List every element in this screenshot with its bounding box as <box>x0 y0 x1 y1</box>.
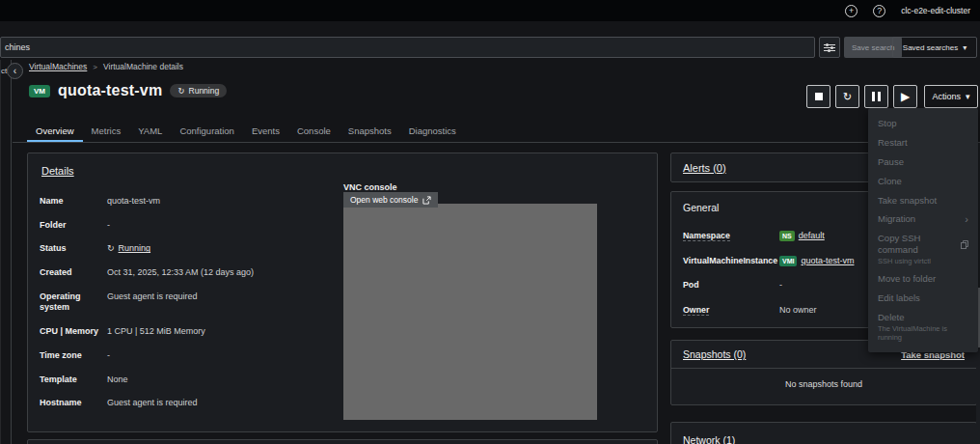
field-row-name: Name quota-test-vm <box>40 196 334 208</box>
field-row-hostname: Hostname Guest agent is required <box>40 398 334 409</box>
menu-item-description: SSH using virtctl <box>878 257 968 265</box>
chevron-right-icon: › <box>965 214 968 225</box>
actions-dropdown-menu: Stop Restart Pause Clone Take snapshot M… <box>868 108 978 352</box>
field-label: Namespace <box>683 231 779 241</box>
network-card: Network (1) <box>670 422 977 444</box>
menu-item-label: Copy SSH command <box>878 233 957 256</box>
field-value: No owner <box>779 305 817 317</box>
field-value: quota-test-vm <box>107 196 160 208</box>
masthead: + ? clc-e2e-edit-cluster <box>0 0 980 21</box>
left-nav-rail <box>0 60 12 444</box>
search-filter-button[interactable] <box>819 37 840 58</box>
vm-status-badge: ↻ Running <box>170 84 227 97</box>
external-link-icon <box>422 196 431 205</box>
tab-overview[interactable]: Overview <box>27 120 83 142</box>
vm-control-buttons: ↻ ▶ <box>806 85 917 108</box>
menu-item-label: Delete <box>878 312 904 322</box>
field-label: Hostname <box>40 398 107 409</box>
breadcrumb-virtualmachines[interactable]: VirtualMachines <box>29 62 87 71</box>
field-label: Time zone <box>40 350 107 362</box>
copy-icon <box>961 240 968 249</box>
menu-item-edit-labels[interactable]: Edit labels <box>868 289 978 308</box>
vm-status-label: Running <box>189 86 220 96</box>
menu-item-migration[interactable]: Migration › <box>868 209 978 229</box>
field-row-created: Created Oct 31, 2025, 12:33 AM (12 days … <box>40 267 334 279</box>
vmi-link[interactable]: quota-test-vm <box>801 256 854 267</box>
detail-tabs: Overview Metrics YAML Configuration Even… <box>27 120 465 142</box>
vm-kind-badge: VM <box>29 85 50 97</box>
menu-item-clone[interactable]: Clone <box>868 172 978 191</box>
tab-diagnostics[interactable]: Diagnostics <box>400 120 465 142</box>
field-value: Guest agent is required <box>107 291 198 314</box>
search-input[interactable] <box>0 37 815 58</box>
menu-item-move-to-folder[interactable]: Move to folder <box>868 269 978 289</box>
saved-searches-dropdown[interactable]: Saved searches ▾ <box>892 37 977 58</box>
field-label: Created <box>40 267 107 279</box>
breadcrumb-current: VirtualMachine details <box>103 62 183 71</box>
breadcrumb: VirtualMachines > VirtualMachine details <box>29 62 183 71</box>
menu-item-stop[interactable]: Stop <box>868 114 978 133</box>
tab-snapshots[interactable]: Snapshots <box>340 120 400 142</box>
vmi-badge: VMI <box>779 256 797 266</box>
field-value: - <box>107 220 110 232</box>
menu-item-label: Migration <box>878 213 915 225</box>
details-card-title[interactable]: Details <box>41 165 74 177</box>
field-row-time-zone: Time zone - <box>40 350 334 362</box>
field-label: VirtualMachineInstance <box>683 256 779 266</box>
play-button[interactable]: ▶ <box>893 85 917 108</box>
next-section-card <box>27 439 658 444</box>
field-row-operating-system: Operating system Guest agent is required <box>40 291 334 314</box>
field-row-folder: Folder - <box>40 220 334 232</box>
field-row-template: Template None <box>40 375 334 386</box>
field-label: Operating system <box>40 291 107 314</box>
field-value: VMI quota-test-vm <box>779 256 854 267</box>
menu-item-delete[interactable]: Delete The VirtualMachine is running <box>868 308 978 347</box>
sliders-icon <box>824 42 835 53</box>
menu-item-restart[interactable]: Restart <box>868 133 978 153</box>
pause-icon <box>872 92 881 101</box>
snapshots-card-title[interactable]: Snapshots (0) <box>683 348 746 360</box>
tab-console[interactable]: Console <box>288 120 340 142</box>
tab-metrics[interactable]: Metrics <box>83 120 130 142</box>
tabs-divider <box>13 142 980 143</box>
help-icon[interactable]: ? <box>873 5 885 17</box>
namespace-link[interactable]: default <box>799 231 825 242</box>
field-label: Template <box>40 375 107 386</box>
menu-item-copy-ssh-command[interactable]: Copy SSH command SSH using virtctl <box>868 229 978 269</box>
field-value: Oct 31, 2025, 12:33 AM (12 days ago) <box>107 267 254 279</box>
open-web-console-label: Open web console <box>350 195 418 205</box>
field-value: Guest agent is required <box>107 398 198 409</box>
network-card-title[interactable]: Network (1) <box>683 434 735 444</box>
restart-icon: ↻ <box>843 91 852 103</box>
stop-button[interactable] <box>806 85 830 108</box>
tab-configuration[interactable]: Configuration <box>171 120 243 142</box>
collapse-panel-button[interactable]: ‹ <box>7 63 23 79</box>
restart-button[interactable]: ↻ <box>835 85 859 108</box>
sync-icon: ↻ <box>177 86 184 96</box>
field-row-cpu-memory: CPU | Memory 1 CPU | 512 MiB Memory <box>40 326 334 338</box>
field-label: Folder <box>40 220 107 232</box>
field-label: Status <box>40 243 107 255</box>
tab-yaml[interactable]: YAML <box>129 120 171 142</box>
vnc-console-preview[interactable] <box>343 204 597 420</box>
saved-searches-label: Saved searches <box>903 43 958 52</box>
field-row-status: Status ↻ Running <box>40 243 334 255</box>
open-web-console-button[interactable]: Open web console <box>343 192 438 208</box>
play-icon: ▶ <box>901 91 910 102</box>
tab-events[interactable]: Events <box>243 120 288 142</box>
menu-item-take-snapshot[interactable]: Take snapshot <box>868 191 978 210</box>
cluster-selector[interactable]: clc-e2e-edit-cluster <box>901 6 970 15</box>
field-value: ↻ Running <box>107 243 150 255</box>
snapshots-empty-message: No snapshots found <box>671 369 976 389</box>
field-label: CPU | Memory <box>40 326 107 338</box>
pause-button[interactable] <box>864 85 888 108</box>
add-icon[interactable]: + <box>845 5 858 17</box>
sync-icon: ↻ <box>107 243 115 255</box>
menu-item-pause[interactable]: Pause <box>868 153 978 172</box>
field-value: None <box>107 375 128 386</box>
field-label: Pod <box>683 280 779 291</box>
breadcrumb-separator-icon: > <box>93 63 97 71</box>
actions-dropdown-button[interactable]: Actions ▾ <box>924 85 978 108</box>
status-running-link[interactable]: Running <box>119 243 151 255</box>
alerts-card-title[interactable]: Alerts (0) <box>683 162 726 174</box>
